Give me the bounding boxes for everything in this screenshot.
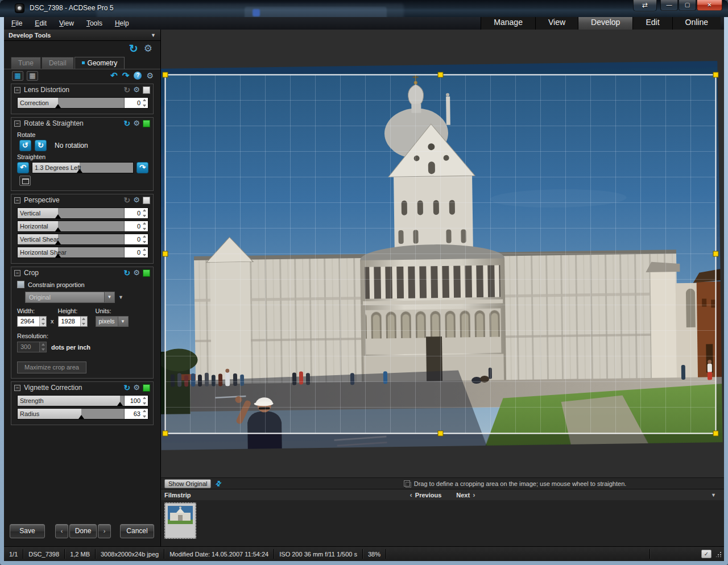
reset-icon[interactable]: ↻ [124, 196, 131, 204]
chevron-down-icon: ▼ [118, 317, 128, 326]
tab-develop[interactable]: Develop [578, 17, 632, 30]
resize-grip[interactable] [716, 551, 722, 557]
radius-slider[interactable]: Radius 63 [17, 408, 148, 419]
tab-manage[interactable]: Manage [481, 17, 535, 30]
spinner[interactable] [142, 248, 147, 256]
spinner[interactable] [142, 99, 147, 107]
collapse-icon[interactable]: − [14, 385, 20, 391]
spinner[interactable] [39, 317, 46, 326]
height-input[interactable]: 1928 [58, 316, 88, 327]
reset-icon[interactable]: ↻ [124, 269, 131, 277]
done-button[interactable]: Done [69, 524, 97, 538]
menu-help[interactable]: Help [110, 18, 134, 28]
gear-icon[interactable]: ⚙ [133, 86, 140, 94]
window-title: DSC_7398 - ACDSee Pro 5 [30, 4, 113, 12]
select-checkmark-button[interactable]: ✓ [701, 550, 712, 558]
straighten-right-button[interactable]: ↷ [136, 162, 148, 173]
horizontal-shear-slider[interactable]: Horizontal Shear 0 [17, 247, 148, 258]
help-icon[interactable]: ? [134, 72, 142, 80]
previous-button[interactable]: ‹ Previous [410, 491, 442, 499]
menu-edit[interactable]: Edit [30, 18, 52, 28]
enable-checkbox[interactable] [143, 86, 150, 94]
dual-monitor-button[interactable]: ⇄ [633, 0, 657, 11]
reset-icon[interactable]: ↻ [124, 384, 131, 392]
photo-preview [161, 30, 724, 477]
spinner[interactable] [142, 397, 147, 405]
show-grid-button[interactable]: ▦ [12, 71, 23, 81]
minimize-button[interactable]: — [660, 0, 678, 11]
previous-image-button[interactable]: ‹ [55, 524, 68, 538]
save-button[interactable]: Save [10, 524, 45, 538]
title-bar: DSC_7398 - ACDSee Pro 5 ⇄ — ▢ ✕ [0, 0, 728, 17]
next-button[interactable]: Next › [456, 491, 475, 499]
collapse-icon[interactable]: − [14, 270, 20, 276]
undo-icon[interactable]: ↶ [110, 70, 118, 81]
tab-tune[interactable]: Tune [11, 57, 41, 69]
reset-icon[interactable]: ↻ [124, 86, 131, 94]
redo-icon[interactable]: ↷ [122, 70, 130, 81]
slider-label: Correction [20, 99, 49, 106]
gear-icon[interactable]: ⚙ [133, 269, 140, 277]
collapse-icon[interactable]: − [14, 121, 20, 127]
vignette-correction-panel: − Vignette Correction ↻ ⚙ Strength 100 [11, 381, 154, 425]
reset-all-icon[interactable]: ↻ [129, 43, 138, 55]
gear-icon[interactable]: ⚙ [133, 384, 140, 392]
menu-tools[interactable]: Tools [81, 18, 107, 28]
collapse-icon[interactable]: − [14, 87, 20, 93]
gear-icon[interactable]: ⚙ [133, 119, 140, 127]
spinner[interactable] [80, 317, 87, 326]
spinner[interactable] [142, 209, 147, 217]
develop-tools-header[interactable]: Develop Tools ▼ [4, 30, 160, 41]
next-image-button[interactable]: › [98, 524, 111, 538]
horizontal-slider[interactable]: Horizontal 0 [17, 221, 148, 232]
tab-edit[interactable]: Edit [632, 17, 672, 30]
proportion-value: Original [26, 292, 104, 302]
geometry-settings-gear-icon[interactable]: ⚙ [146, 71, 154, 80]
vertical-shear-slider[interactable]: Vertical Shear 0 [17, 234, 148, 245]
enable-checkbox[interactable] [143, 269, 150, 277]
spinner[interactable] [142, 222, 147, 230]
maximize-crop-area-button[interactable]: Maximize crop area [17, 362, 86, 373]
constrain-proportion-checkbox[interactable] [17, 281, 24, 288]
gear-icon[interactable]: ⚙ [133, 196, 140, 204]
menu-view[interactable]: View [54, 18, 79, 28]
proportion-flyout-arrow[interactable]: ▼ [118, 294, 123, 300]
vertical-slider[interactable]: Vertical 0 [17, 207, 148, 219]
proportion-dropdown[interactable]: Original ▼ [25, 292, 115, 303]
rotate-right-button[interactable]: ↻ [35, 140, 47, 151]
straighten-slider[interactable]: 1.3 Degrees Left [32, 162, 134, 173]
collapse-icon[interactable]: − [14, 197, 20, 203]
auto-crop-toggle-button[interactable] [19, 176, 31, 186]
reset-icon[interactable]: ↻ [124, 119, 131, 127]
cancel-button[interactable]: Cancel [120, 524, 154, 538]
canvas-hint-text: Drag to define a cropping area on the im… [414, 480, 627, 487]
enable-checkbox[interactable] [143, 197, 150, 204]
enable-checkbox[interactable] [143, 120, 150, 127]
tab-detail[interactable]: Detail [42, 57, 74, 69]
next-label: Next [456, 492, 470, 498]
dimension-separator: x [51, 318, 54, 327]
enable-checkbox[interactable] [143, 384, 150, 392]
tab-geometry[interactable]: Geometry [75, 57, 125, 69]
menu-file[interactable]: File [6, 18, 27, 28]
units-label: Units: [96, 308, 129, 314]
slider-value: 100 [130, 397, 140, 404]
spinner[interactable] [142, 410, 147, 418]
show-original-button[interactable]: Show Original [164, 479, 211, 488]
width-input[interactable]: 2964 [17, 316, 47, 327]
strength-slider[interactable]: Strength 100 [17, 395, 148, 406]
straighten-left-button[interactable]: ↶ [17, 162, 29, 173]
maximize-button[interactable]: ▢ [679, 0, 696, 11]
tab-online[interactable]: Online [672, 17, 721, 30]
rotate-left-button[interactable]: ↺ [19, 140, 31, 151]
image-canvas[interactable] [161, 30, 724, 477]
grid-settings-button[interactable]: ▦ [27, 71, 38, 81]
spinner[interactable] [142, 235, 147, 243]
filmstrip-thumbnail[interactable] [164, 502, 196, 539]
fit-image-icon[interactable]: ⇅ [214, 479, 224, 488]
correction-slider[interactable]: Correction 0 [17, 97, 148, 109]
tab-view[interactable]: View [535, 17, 578, 30]
settings-gear-icon[interactable]: ⚙ [144, 43, 152, 55]
close-button[interactable]: ✕ [697, 0, 722, 11]
units-dropdown[interactable]: pixels ▼ [96, 316, 129, 327]
